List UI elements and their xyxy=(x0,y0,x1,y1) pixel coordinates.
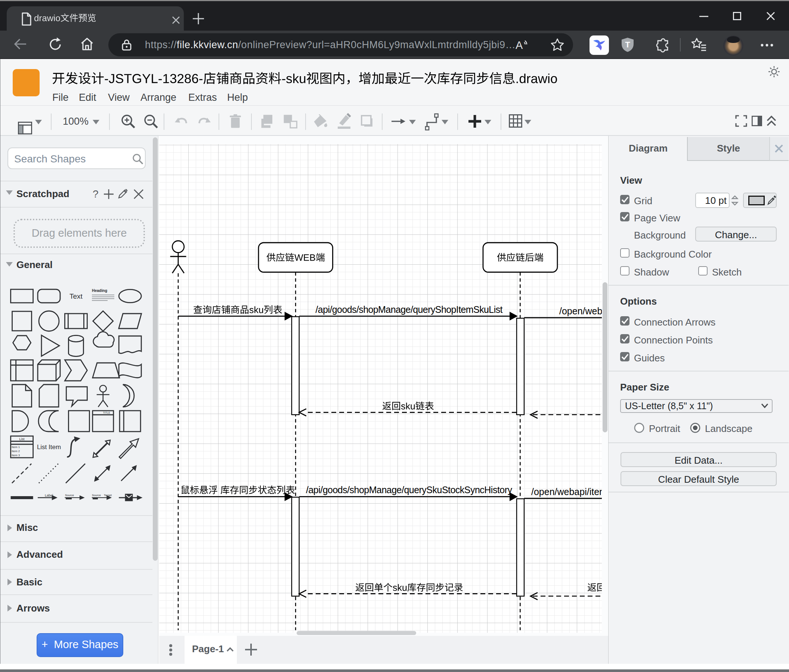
svg-text:Heading: Heading xyxy=(92,288,107,293)
svg-text:Target: Target xyxy=(104,494,112,497)
svg-text:A: A xyxy=(516,39,523,51)
svg-text:Label: Label xyxy=(45,494,53,497)
svg-text:List: List xyxy=(19,437,25,441)
svg-text:Source: Source xyxy=(65,494,74,497)
svg-text:/api/goods/shopManage/querySku: /api/goods/shopManage/querySkuStockSyncH… xyxy=(306,484,513,495)
svg-text:Source: Source xyxy=(92,494,101,497)
svg-text:Item 3: Item 3 xyxy=(11,454,20,457)
svg-text:/api/goods/shopManage/querySho: /api/goods/shopManage/queryShopItemSkuLi… xyxy=(316,304,503,315)
svg-text:/open/webapi/iten: /open/webapi/iten xyxy=(531,486,604,497)
svg-text:Item 2: Item 2 xyxy=(11,449,20,453)
svg-text:/open/webapi/: /open/webapi/ xyxy=(559,306,608,316)
svg-text:T: T xyxy=(625,40,630,49)
svg-text:TITLE: TITLE xyxy=(103,411,110,414)
svg-text:Text: Text xyxy=(69,292,83,300)
svg-text:Item 1: Item 1 xyxy=(11,445,20,449)
svg-text:List Item: List Item xyxy=(37,444,61,451)
